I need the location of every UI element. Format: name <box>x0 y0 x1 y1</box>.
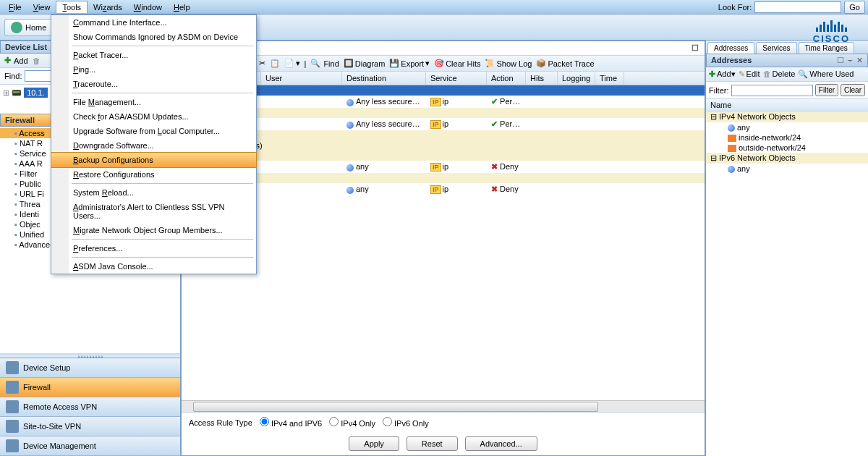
devlist-delete[interactable]: 🗑 <box>33 56 42 65</box>
rule-row[interactable]: anyanyIPipDeny <box>182 161 705 173</box>
col-hits[interactable]: Hits <box>526 72 558 85</box>
menu-item-check-for-asa-asdm-updates[interactable]: Check for ASA/ASDM Updates... <box>51 109 256 124</box>
menu-item-traceroute[interactable]: Traceroute... <box>51 77 256 91</box>
col-user[interactable]: User <box>261 72 342 85</box>
addr-whereused[interactable]: 🔍Where Used <box>798 69 854 79</box>
obj-item[interactable]: outside-network/24 <box>706 143 868 153</box>
right-column: AddressesServicesTime Ranges Addresses ☐… <box>705 41 868 456</box>
devlist-add[interactable]: ✚Add <box>4 56 28 65</box>
opt-ipv6[interactable]: IPv6 Only <box>383 417 429 428</box>
rule-group[interactable]: plicit rule) <box>182 173 705 183</box>
rules-packettrace[interactable]: 📦Packet Trace <box>536 59 594 68</box>
menu-item-administrator-s-alert-to-clientless-ssl-vpn-users[interactable]: Administrator's Alert to Clientless SSL … <box>51 200 256 223</box>
addresses-header: Addresses ☐ ⫟ ✕ <box>706 54 868 67</box>
col-logging[interactable]: Logging <box>558 72 595 85</box>
menu-item-file-management[interactable]: File Management... <box>51 95 256 109</box>
access-rule-type: Access Rule Type IPv4 and IPV6 IPv4 Only… <box>182 412 705 432</box>
menu-item-packet-tracer[interactable]: Packet Tracer... <box>51 48 256 62</box>
menu-item-migrate-network-object-group-members[interactable]: Migrate Network Object Group Members... <box>51 223 256 237</box>
opt-ipv4ipv6[interactable]: IPv4 and IPV6 <box>260 417 322 428</box>
rule-row[interactable]: anyAny less secure ne...IPipPermit <box>182 96 705 108</box>
addr-delete[interactable]: 🗑Delete <box>763 69 796 79</box>
col-service[interactable]: Service <box>426 72 487 85</box>
menu-item-asdm-java-console[interactable]: ASDM Java Console... <box>51 259 256 274</box>
menu-file[interactable]: File <box>3 1 27 13</box>
obj-group[interactable]: ⊟ IPv4 Network Objects <box>706 111 868 122</box>
rules-grid: SourceUserDestinationServiceActionHitsLo… <box>182 72 705 400</box>
reset-button[interactable]: Reset <box>407 436 458 451</box>
filter-button[interactable]: Filter <box>815 84 838 96</box>
obj-group[interactable]: ⊟ IPv6 Network Objects <box>706 153 868 164</box>
name-column-header: Name <box>706 99 868 111</box>
rule-group[interactable]: rule) <box>182 151 705 161</box>
rule-group[interactable]: incoming rule) <box>182 85 705 96</box>
menu-item-backup-configurations[interactable]: Backup Configurations <box>51 152 257 168</box>
menu-tools[interactable]: Tools <box>56 1 88 13</box>
rule-row[interactable]: anyanyIPipDeny <box>182 183 705 195</box>
rules-copy[interactable]: 📋 <box>270 59 280 68</box>
menu-item-restore-configurations[interactable]: Restore Configurations <box>51 167 256 182</box>
menubar: File View Tools Wizards Window Help Look… <box>0 0 868 14</box>
cisco-logo: CISCO <box>813 20 850 44</box>
nav-device-management[interactable]: Device Management <box>0 436 180 456</box>
menu-item-ping[interactable]: Ping... <box>51 62 256 77</box>
lookfor-label: Look For: <box>718 3 752 12</box>
opt-ipv4[interactable]: IPv4 Only <box>329 417 375 428</box>
obj-item[interactable]: any <box>706 164 868 174</box>
col-action[interactable]: Action <box>487 72 526 85</box>
rules-toolbar: 🗑Delete | ↟ ↡ | ✂ 📋 📄▾ | 🔍Find 🔲Diagram … <box>182 56 705 72</box>
rule-group[interactable]: plicit incoming rule) <box>182 108 705 118</box>
filter-label: Filter: <box>709 86 729 95</box>
menu-view[interactable]: View <box>27 1 56 13</box>
rules-paste[interactable]: 📄▾ <box>284 59 300 68</box>
rules-export[interactable]: 💾Export▾ <box>389 59 430 68</box>
nav-remote-access-vpn[interactable]: Remote Access VPN <box>0 397 180 417</box>
go-button[interactable]: Go <box>844 1 865 14</box>
obj-item[interactable]: any <box>706 122 868 132</box>
menu-item-show-commands-ignored-by-asdm-on-device[interactable]: Show Commands Ignored by ASDM on Device <box>51 30 256 44</box>
menu-item-downgrade-software[interactable]: Downgrade Software... <box>51 138 256 153</box>
menu-item-upgrade-software-from-local-computer[interactable]: Upgrade Software from Local Computer... <box>51 124 256 138</box>
col-destination[interactable]: Destination <box>342 72 426 85</box>
rules-find[interactable]: 🔍Find <box>310 59 339 68</box>
menu-item-preferences[interactable]: Preferences... <box>51 241 256 256</box>
rules-cut[interactable]: ✂ <box>259 59 265 68</box>
addr-edit[interactable]: ✎Edit <box>739 69 760 79</box>
menu-help[interactable]: Help <box>168 1 196 13</box>
obj-item[interactable]: inside-network/24 <box>706 132 868 143</box>
advanced-button[interactable]: Advanced... <box>465 436 537 451</box>
tools-menu-dropdown: Command Line Interface...Show Commands I… <box>51 14 257 274</box>
home-button[interactable]: Home <box>4 19 53 36</box>
find-label: Find: <box>4 72 22 80</box>
horizontal-scrollbar[interactable] <box>182 400 705 412</box>
rule-group[interactable]: nplicit incoming rules) <box>182 140 705 151</box>
tab-addresses[interactable]: Addresses <box>707 42 754 54</box>
addresses-tree[interactable]: Name ⊟ IPv4 Network Objectsanyinside-net… <box>706 99 868 456</box>
menu-item-system-reload[interactable]: System Reload... <box>51 185 256 200</box>
apply-button[interactable]: Apply <box>349 436 399 451</box>
filter-input[interactable] <box>731 85 813 96</box>
clear-button[interactable]: Clear <box>841 84 865 96</box>
menu-item-command-line-interface[interactable]: Command Line Interface... <box>51 15 256 30</box>
tab-services[interactable]: Services <box>756 42 796 54</box>
nav-site-to-site-vpn[interactable]: Site-to-Site VPN <box>0 417 180 436</box>
nav-device-setup[interactable]: Device Setup <box>0 358 180 378</box>
menu-wizards[interactable]: Wizards <box>88 1 128 13</box>
rules-showlog[interactable]: 📜Show Log <box>485 59 532 68</box>
nav-firewall[interactable]: Firewall <box>0 378 180 397</box>
rule-group[interactable]: t incoming rules) <box>182 130 705 140</box>
col-time[interactable]: Time <box>595 72 624 85</box>
breadcrumb: all > Access Rules ☐ <box>182 41 705 56</box>
lookfor-input[interactable] <box>754 1 841 13</box>
rules-diagram[interactable]: 🔲Diagram <box>344 59 386 68</box>
addr-add[interactable]: ✚Add▾ <box>709 69 736 79</box>
rule-row[interactable]: anyAny less secure ne...IPipPermit <box>182 118 705 130</box>
menu-window[interactable]: Window <box>128 1 168 13</box>
center-pane: all > Access Rules ☐ 🗑Delete | ↟ ↡ | ✂ 📋… <box>181 41 705 456</box>
rules-clearhits[interactable]: 🎯Clear Hits <box>434 59 480 68</box>
panel-close-icon[interactable]: ☐ <box>692 43 699 53</box>
